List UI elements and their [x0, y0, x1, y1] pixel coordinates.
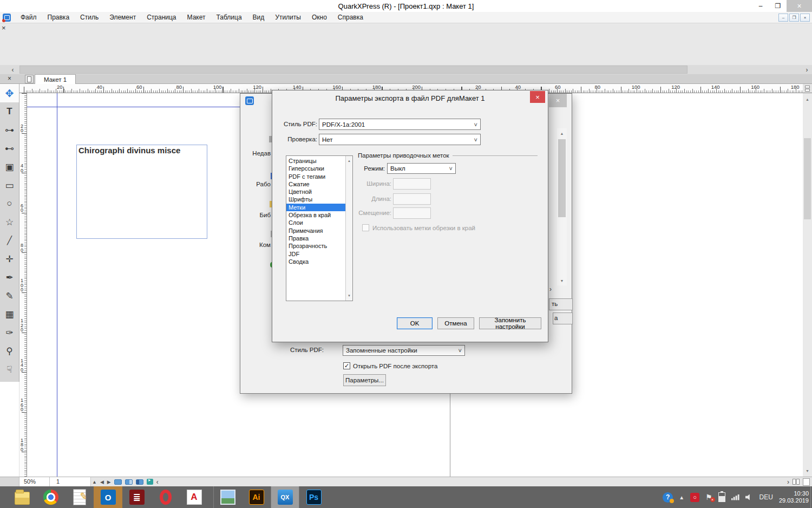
- help-tray-icon[interactable]: ?: [663, 492, 673, 503]
- export-icon[interactable]: [147, 479, 153, 485]
- unlink-tool[interactable]: ⊷: [0, 139, 19, 158]
- menu-item[interactable]: Справка: [332, 12, 369, 22]
- minimize-button[interactable]: –: [752, 0, 769, 12]
- export-dialog-close-button[interactable]: ×: [549, 94, 567, 107]
- menu-item[interactable]: Страница: [141, 12, 181, 22]
- save-button-partial[interactable]: ть: [549, 298, 573, 310]
- link-tool[interactable]: ⊶: [0, 121, 19, 139]
- red-app-tray-icon[interactable]: [690, 493, 699, 502]
- scroll-up-icon[interactable]: ▲: [346, 157, 352, 165]
- scroll-up-icon[interactable]: ▲: [803, 94, 812, 104]
- page-icon[interactable]: [25, 75, 34, 83]
- menu-item[interactable]: Стиль: [75, 12, 104, 22]
- expand-right-icon[interactable]: ›: [787, 478, 789, 486]
- hand-tool[interactable]: ☟: [0, 360, 19, 379]
- battery-icon[interactable]: [718, 492, 725, 502]
- zoom-tool[interactable]: ⚲: [0, 342, 19, 360]
- filelist-scroll-up-icon[interactable]: ▲: [557, 128, 567, 138]
- opera[interactable]: [151, 486, 180, 508]
- line-tool[interactable]: ╱: [0, 231, 19, 250]
- mdi-restore-button[interactable]: ❐: [789, 14, 799, 22]
- clock[interactable]: 10:30 29.03.2019: [779, 490, 809, 504]
- network-signal-icon[interactable]: [731, 494, 739, 500]
- speaker-icon[interactable]: [745, 494, 754, 500]
- section-item[interactable]: Прозрачность: [286, 242, 345, 250]
- menu-item[interactable]: Окно: [306, 12, 332, 22]
- menu-item[interactable]: Вид: [247, 12, 270, 22]
- top-horizontal-scrollbar[interactable]: ‹ ›: [0, 65, 812, 74]
- mode-select[interactable]: Выкл ˅: [387, 163, 456, 174]
- menu-item[interactable]: Правка: [42, 12, 75, 22]
- oval-tool[interactable]: ○: [0, 194, 19, 213]
- photoshop[interactable]: Ps: [299, 486, 328, 508]
- section-item[interactable]: PDF с тегами: [286, 173, 345, 180]
- view-mode-1-icon[interactable]: [114, 479, 122, 485]
- outlook[interactable]: O: [94, 486, 122, 508]
- sidebar-place-item[interactable]: Рабо: [240, 181, 271, 187]
- save-settings-button[interactable]: Запомнить настройки: [479, 317, 541, 329]
- picture-box-tool[interactable]: ▣: [0, 158, 19, 176]
- eyedropper-tool[interactable]: ✑: [0, 323, 19, 342]
- menu-item[interactable]: Таблица: [211, 12, 247, 22]
- section-item[interactable]: Гиперссылки: [286, 165, 345, 172]
- filelist-scroll-down-icon[interactable]: ▼: [557, 276, 567, 285]
- palette-close-icon[interactable]: ×: [2, 24, 6, 32]
- acrobat-reader[interactable]: A: [180, 486, 208, 508]
- menu-item[interactable]: Файл: [15, 12, 42, 22]
- view-mode-2-icon[interactable]: [125, 479, 133, 485]
- mdi-minimize-button[interactable]: –: [778, 14, 788, 22]
- scroll-down-icon[interactable]: ▼: [346, 292, 352, 299]
- scroll-left-icon[interactable]: ‹: [9, 65, 17, 74]
- star-tool[interactable]: ☆: [0, 213, 19, 231]
- open-after-export-checkbox[interactable]: ✓: [343, 362, 350, 369]
- chrome[interactable]: [36, 486, 65, 508]
- dialog-close-button[interactable]: ×: [530, 91, 545, 103]
- section-item[interactable]: Цветной: [286, 188, 345, 196]
- cancel-button-partial[interactable]: а: [553, 312, 573, 324]
- sidebar-place-item[interactable]: Недав: [240, 150, 271, 157]
- file-explorer[interactable]: [8, 486, 36, 508]
- point-tool[interactable]: ✛: [0, 250, 19, 268]
- section-item[interactable]: Сжатие: [286, 180, 345, 188]
- section-item[interactable]: Обрезка в край: [286, 211, 345, 219]
- section-item[interactable]: Сводка: [286, 258, 345, 265]
- cancel-button[interactable]: Отмена: [437, 317, 474, 329]
- action-center-flag-icon[interactable]: ⚑: [705, 493, 712, 502]
- section-item[interactable]: JDF: [286, 250, 345, 258]
- expand-panel-icon[interactable]: ›: [549, 285, 552, 293]
- pdf-style-select[interactable]: Запомненные настройки ˅: [343, 345, 465, 356]
- bezier-tool[interactable]: ✒: [0, 268, 19, 286]
- keyboard-language[interactable]: DEU: [759, 493, 773, 501]
- mdi-close-button[interactable]: ×: [800, 14, 810, 22]
- pdf-style-select[interactable]: PDF/X-1a:2001 ˅: [319, 119, 481, 130]
- rectangle-tool[interactable]: ▭: [0, 176, 19, 194]
- ruler-corner-page-icon[interactable]: [803, 84, 812, 93]
- menu-item[interactable]: Элемент: [104, 12, 141, 22]
- next-page-icon[interactable]: ▶: [107, 479, 111, 485]
- move-tool[interactable]: ✥: [0, 84, 19, 102]
- section-item[interactable]: Правка: [286, 235, 345, 242]
- freehand-tool[interactable]: ✎: [0, 286, 19, 305]
- text-box[interactable]: Chirographi divinus misce: [76, 145, 207, 239]
- collapse-left-icon[interactable]: ‹: [156, 478, 159, 486]
- show-hidden-icons-chevron[interactable]: ▲: [679, 494, 684, 500]
- tab-layout-1[interactable]: Макет 1: [35, 74, 76, 84]
- scroll-down-icon[interactable]: ▼: [803, 466, 812, 476]
- scroll-right-icon[interactable]: ›: [803, 65, 811, 74]
- vertical-scrollbar[interactable]: ▲ ▼: [803, 93, 812, 477]
- section-item[interactable]: Слои: [286, 219, 345, 226]
- close-button[interactable]: ×: [787, 0, 812, 12]
- section-item[interactable]: Страницы: [286, 157, 345, 165]
- photo-viewer[interactable]: [213, 486, 242, 508]
- page-number-field[interactable]: 1: [50, 477, 91, 486]
- text-tool[interactable]: T: [0, 102, 19, 121]
- sidebar-place-item[interactable]: Биб: [240, 212, 271, 218]
- pages-view-icon[interactable]: [793, 479, 800, 485]
- illustrator[interactable]: Ai: [242, 486, 271, 508]
- verification-select[interactable]: Нет ˅: [319, 134, 481, 145]
- section-item[interactable]: Метки: [286, 204, 345, 211]
- scrollbar-thumb[interactable]: [804, 138, 811, 219]
- zoom-level-field[interactable]: 50%: [19, 477, 50, 486]
- table-tool[interactable]: ▦: [0, 305, 19, 323]
- menu-item[interactable]: Утилиты: [270, 12, 306, 22]
